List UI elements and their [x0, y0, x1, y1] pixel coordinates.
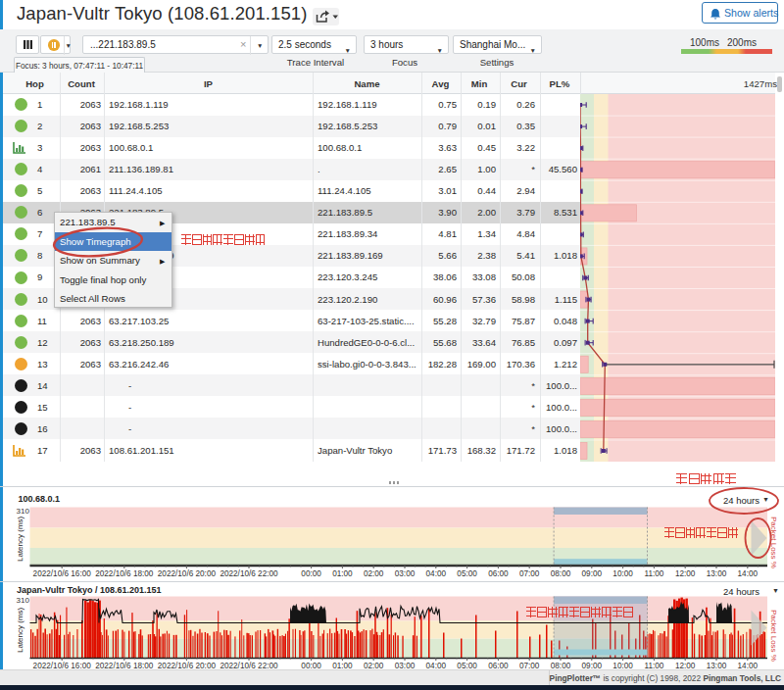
svg-text:09:00: 09:00 — [582, 662, 603, 669]
svg-text:08:00: 08:00 — [551, 569, 571, 578]
svg-text:2022/10/6 16:00: 2022/10/6 16:00 — [33, 662, 92, 669]
svg-text:06:00: 06:00 — [488, 569, 509, 578]
svg-text:02:00: 02:00 — [364, 569, 384, 578]
svg-text:05:00: 05:00 — [457, 662, 477, 669]
svg-text:07:00: 07:00 — [519, 662, 540, 669]
svg-text:13:00: 13:00 — [707, 569, 727, 578]
svg-text:10:00: 10:00 — [612, 569, 633, 578]
svg-text:14:00: 14:00 — [738, 662, 759, 669]
svg-text:07:00: 07:00 — [519, 569, 540, 578]
svg-text:08:00: 08:00 — [551, 662, 571, 669]
svg-text:2022/10/6 18:00: 2022/10/6 18:00 — [95, 569, 154, 578]
svg-text:2022/10/6 18:00: 2022/10/6 18:00 — [95, 662, 154, 669]
svg-text:04:00: 04:00 — [426, 569, 447, 578]
svg-text:13:00: 13:00 — [707, 662, 727, 669]
svg-text:06:00: 06:00 — [488, 662, 509, 669]
svg-text:03:00: 03:00 — [395, 569, 416, 578]
svg-text:05:00: 05:00 — [457, 569, 477, 578]
svg-text:01:00: 01:00 — [332, 662, 353, 669]
svg-text:11:00: 11:00 — [644, 662, 663, 669]
svg-text:10:00: 10:00 — [612, 662, 633, 669]
svg-text:09:00: 09:00 — [582, 569, 603, 578]
svg-text:2022/10/6 16:00: 2022/10/6 16:00 — [33, 569, 92, 578]
svg-text:12:00: 12:00 — [675, 569, 696, 578]
svg-text:00:00: 00:00 — [301, 569, 321, 578]
svg-text:11:00: 11:00 — [644, 569, 663, 578]
svg-text:2022/10/6 22:00: 2022/10/6 22:00 — [220, 569, 278, 578]
svg-text:00:00: 00:00 — [301, 662, 321, 669]
svg-text:02:00: 02:00 — [364, 662, 384, 669]
svg-text:03:00: 03:00 — [395, 662, 416, 669]
svg-text:2022/10/6 20:00: 2022/10/6 20:00 — [158, 662, 217, 669]
svg-text:2022/10/6 20:00: 2022/10/6 20:00 — [158, 569, 217, 578]
svg-text:14:00: 14:00 — [738, 569, 759, 578]
svg-text:01:00: 01:00 — [332, 569, 353, 578]
svg-text:04:00: 04:00 — [426, 662, 447, 669]
svg-text:2022/10/6 22:00: 2022/10/6 22:00 — [220, 662, 278, 669]
svg-text:12:00: 12:00 — [675, 662, 696, 669]
